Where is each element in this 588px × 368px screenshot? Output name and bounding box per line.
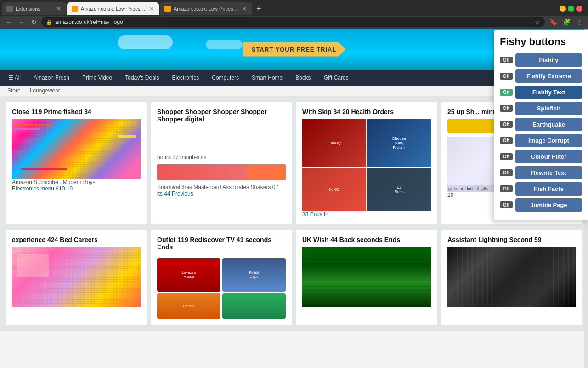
card-3-title: With Skip 34 20 Health Orders <box>302 108 431 115</box>
fishy-row-fish-facts: Off Fish Facts <box>500 182 582 196</box>
tab-amazon1-close[interactable]: ✕ <box>149 5 154 12</box>
card-8-image <box>447 247 576 307</box>
tab-amazon2[interactable]: Amazon.co.uk: Low Prices in Elec... ✕ <box>160 2 252 15</box>
fishy-panel: Fishy buttons Off Fishify Off Fishify Ex… <box>494 30 588 220</box>
fishy-row-spinfish: Off Spinfish <box>500 102 582 115</box>
amazon2-favicon <box>164 6 171 12</box>
nav-computers[interactable]: Computers <box>209 73 242 83</box>
browser-chrome: Extensions ✕ Amazon.co.uk: Low Prices in… <box>0 0 588 29</box>
card-5-image <box>12 247 141 307</box>
back-button[interactable]: ← <box>4 17 14 27</box>
address-bar[interactable]: 🔒 amazon.co.uk/ref=nav_logo ☆ <box>41 17 545 27</box>
toggle-fishify[interactable]: Off <box>500 57 513 63</box>
colour-filter-button[interactable]: Colour Filter <box>515 150 582 163</box>
nav-gift-cards[interactable]: Gift Cards <box>321 73 351 83</box>
nav-smart-home[interactable]: Smart Home <box>249 73 285 83</box>
card-8: Assistant Lightning Second 59 <box>441 230 582 325</box>
fishy-row-jumble-page: Off Jumble Page <box>500 198 582 212</box>
card-1-title: Close 119 Prime fished 34 <box>12 108 141 115</box>
card-2-link[interactable]: its 44 Previous <box>157 190 286 197</box>
card-6: Outlet 119 Rediscover TV 41 seconds Ends… <box>151 230 292 325</box>
fishy-row-image-corrupt: Off Image Corrupt <box>500 134 582 147</box>
card-3-link[interactable]: 38 Ends in <box>302 211 431 218</box>
bookmark-icon[interactable]: 🔖 <box>548 17 559 27</box>
fishify-text-button[interactable]: Fishify Text <box>515 86 582 99</box>
tab-amazon1[interactable]: Amazon.co.uk: Low Prices in Elec... ✕ <box>67 2 159 15</box>
card-1-sub: Amazon Subscribe . Modern Boys <box>12 179 141 185</box>
nav-deals[interactable]: Today's Deals <box>122 73 162 83</box>
window-controls <box>560 6 586 12</box>
fishify-button[interactable]: Fishify <box>515 53 582 67</box>
nav-electronics[interactable]: Electronics <box>170 73 202 83</box>
card-3: With Skip 34 20 Health Orders Heresy Cho… <box>296 102 437 224</box>
image-corrupt-button[interactable]: Image Corrupt <box>515 134 582 147</box>
banner-cta-button[interactable]: START YOUR FREE TRIAL <box>243 42 345 57</box>
card-2: Shopper Shopper Shopper Shopper Shopper … <box>151 102 292 224</box>
rewrite-text-button[interactable]: Rewrite Text <box>515 166 582 179</box>
fishy-row-colour-filter: Off Colour Filter <box>500 150 582 163</box>
toggle-image-corrupt[interactable]: Off <box>500 137 513 144</box>
tab-extensions-close[interactable]: ✕ <box>56 5 62 12</box>
fishy-row-fishify-text: On Fishify Text <box>500 86 582 99</box>
forward-button[interactable]: → <box>17 17 27 27</box>
toggle-fish-facts[interactable]: Off <box>500 185 513 192</box>
fishy-row-rewrite-text: Off Rewrite Text <box>500 166 582 179</box>
card-3-books: Heresy ChooseGaryBraver INKO LJRoss <box>302 119 431 211</box>
card-6-title: Outlet 119 Rediscover TV 41 seconds Ends <box>157 236 286 251</box>
toggle-colour-filter[interactable]: Off <box>500 153 513 160</box>
star-icon[interactable]: ☆ <box>534 18 540 26</box>
nav-prime-video[interactable]: Prime Video <box>79 73 115 83</box>
card-7-image <box>302 247 431 307</box>
store-label: Store <box>7 87 21 94</box>
card-6-products: LavazzaRossa FinishCaps Catsan <box>157 254 286 319</box>
nav-fresh[interactable]: Amazon Fresh <box>31 73 72 83</box>
loungewear-label: Loungewear <box>30 87 60 94</box>
tab-amazon1-label: Amazon.co.uk: Low Prices in Elec... <box>81 6 146 12</box>
toggle-earthquake[interactable]: Off <box>500 121 513 128</box>
spinfish-button[interactable]: Spinfish <box>515 102 582 115</box>
card-7: UK Wish 44 Back seconds Ends <box>296 230 437 325</box>
minimize-button[interactable] <box>560 6 566 12</box>
maximize-button[interactable] <box>568 6 574 12</box>
tab-amazon2-close[interactable]: ✕ <box>242 5 247 12</box>
card-2-title: Shopper Shopper Shopper Shopper Shopper … <box>157 108 286 123</box>
earthquake-button[interactable]: Earthquake <box>515 118 582 131</box>
reload-button[interactable]: ↻ <box>29 17 39 27</box>
card-2-spacer <box>157 126 286 154</box>
cards-row-2: experience 424 Bed Careers Outlet 119 Re… <box>0 230 588 331</box>
fishify-extreme-button[interactable]: Fishify Extreme <box>515 69 582 83</box>
card-1-image <box>12 119 141 179</box>
new-tab-button[interactable]: + <box>253 4 265 14</box>
card-2-sub1: hours 37 minutes its <box>157 154 286 161</box>
fishy-row-fishify: Off Fishify <box>500 53 582 67</box>
extensions-icon[interactable]: 🧩 <box>561 17 572 27</box>
address-bar-row: ← → ↻ 🔒 amazon.co.uk/ref=nav_logo ☆ 🔖 🧩 … <box>0 16 588 29</box>
amazon1-favicon <box>72 6 78 12</box>
lock-icon: 🔒 <box>46 19 52 25</box>
nav-books[interactable]: Books <box>293 73 313 83</box>
toggle-rewrite-text[interactable]: Off <box>500 169 513 176</box>
nav-all[interactable]: ☰ All <box>6 73 23 83</box>
jumble-page-button[interactable]: Jumble Page <box>515 198 582 212</box>
card-1-link[interactable]: Electronics menu £10.19 <box>12 185 141 192</box>
card-5-title: experience 424 Bed Careers <box>12 236 141 243</box>
tab-bar: Extensions ✕ Amazon.co.uk: Low Prices in… <box>0 0 588 16</box>
close-button[interactable] <box>576 6 582 12</box>
tab-extensions-label: Extensions <box>16 6 53 12</box>
tab-extensions[interactable]: Extensions ✕ <box>2 2 66 15</box>
fishy-row-earthquake: Off Earthquake <box>500 118 582 131</box>
fish-facts-button[interactable]: Fish Facts <box>515 182 582 196</box>
card-5: experience 424 Bed Careers <box>6 230 147 325</box>
card-2-sub2: Smartwatches Mastercard Associates Shake… <box>157 184 286 190</box>
extensions-favicon <box>6 6 13 12</box>
card-2-bar <box>157 164 286 180</box>
card-8-title: Assistant Lightning Second 59 <box>447 236 576 243</box>
toggle-fishify-text[interactable]: On <box>500 89 513 96</box>
fishy-panel-title: Fishy buttons <box>500 36 582 48</box>
settings-icon[interactable]: ⋮ <box>574 17 584 27</box>
toolbar-icons: 🔖 🧩 ⋮ <box>548 17 584 27</box>
card-1: Close 119 Prime fished 34 Amazon Subscri… <box>6 102 147 224</box>
toggle-jumble-page[interactable]: Off <box>500 201 513 208</box>
toggle-fishify-extreme[interactable]: Off <box>500 73 513 80</box>
toggle-spinfish[interactable]: Off <box>500 105 513 112</box>
